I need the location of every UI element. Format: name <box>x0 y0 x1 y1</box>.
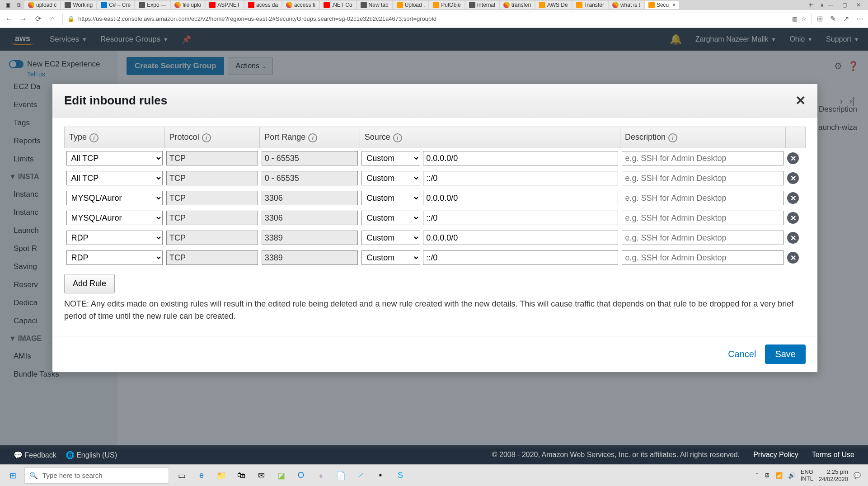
source-mode-select[interactable]: Custom <box>361 151 420 165</box>
feedback-link[interactable]: 💬 Feedback <box>14 451 56 459</box>
source-mode-select[interactable]: Custom <box>361 211 420 225</box>
share-icon[interactable]: ↗ <box>843 14 849 23</box>
source-mode-select[interactable]: Custom <box>361 250 420 265</box>
home-button[interactable]: ⌂ <box>48 15 57 23</box>
privacy-link[interactable]: Privacy Policy <box>753 451 798 459</box>
browser-tab[interactable]: PutObje <box>429 1 464 9</box>
browser-tab[interactable]: access fi <box>282 1 319 9</box>
tray-lang1[interactable]: ENG <box>801 469 813 475</box>
remove-rule-icon[interactable]: ✕ <box>787 152 799 164</box>
browser-tab[interactable]: C# – Cre <box>97 1 134 9</box>
tab-close-icon[interactable]: × <box>672 2 676 8</box>
browser-tab[interactable]: New tab <box>357 1 392 9</box>
taskbar-search[interactable]: 🔍 Type here to search <box>24 467 169 484</box>
description-input[interactable] <box>622 191 784 205</box>
terms-link[interactable]: Terms of Use <box>812 451 854 459</box>
browser-tab[interactable]: Working <box>61 1 96 9</box>
browser-tab[interactable]: Secu× <box>645 1 679 9</box>
description-input[interactable] <box>622 250 784 265</box>
description-input[interactable] <box>622 151 784 165</box>
remove-rule-icon[interactable]: ✕ <box>787 172 799 184</box>
browser-tab[interactable]: ASP.NET <box>206 1 244 9</box>
task-view-icon[interactable]: ▭ <box>174 467 190 484</box>
tray-lang2[interactable]: INTL <box>801 476 813 482</box>
browser-tab[interactable]: transferi <box>500 1 535 9</box>
type-select[interactable]: RDP <box>66 250 163 265</box>
minimize-button[interactable]: — <box>828 2 833 8</box>
info-icon[interactable]: i <box>89 133 99 142</box>
tray-clock[interactable]: 2:25 pm 24/02/2020 <box>819 468 848 482</box>
description-input[interactable] <box>622 211 784 225</box>
browser-tab[interactable]: Upload . <box>393 1 429 9</box>
type-select[interactable]: All TCP <box>66 151 163 165</box>
new-tab-button[interactable]: + <box>805 1 816 9</box>
language-selector[interactable]: 🌐 English (US) <box>66 451 117 459</box>
tray-network-icon[interactable]: 📶 <box>775 472 783 479</box>
description-input[interactable] <box>622 231 784 245</box>
mail-icon[interactable]: ✉ <box>253 467 269 484</box>
tab-overflow-icon[interactable]: ∨ <box>817 2 827 8</box>
source-value-input[interactable] <box>423 231 618 245</box>
browser-tab[interactable]: upload c <box>24 1 60 9</box>
app-icon-1[interactable]: ◪ <box>273 467 289 484</box>
forward-button[interactable]: → <box>19 15 28 23</box>
source-value-input[interactable] <box>423 171 618 185</box>
extension-icon[interactable]: ⊞ <box>817 14 823 23</box>
outlook-icon[interactable]: O <box>293 467 309 484</box>
reader-icon[interactable]: ▥ <box>792 15 798 22</box>
browser-tab[interactable]: Expo — <box>135 1 170 9</box>
tray-display-icon[interactable]: 🖥 <box>764 472 770 479</box>
browser-tab[interactable]: Transfer <box>572 1 608 9</box>
source-value-input[interactable] <box>423 191 618 205</box>
browser-tab[interactable]: AWS De <box>535 1 572 9</box>
url-field[interactable]: 🔒 https://us-east-2.console.aws.amazon.c… <box>62 13 812 25</box>
terminal-icon[interactable]: ▪ <box>372 467 389 484</box>
save-button[interactable]: Save <box>765 344 806 364</box>
remove-rule-icon[interactable]: ✕ <box>787 252 799 264</box>
source-value-input[interactable] <box>423 151 618 165</box>
type-select[interactable]: MYSQL/Auror <box>66 191 163 205</box>
close-icon[interactable]: ✕ <box>795 93 806 108</box>
app-icon-2[interactable]: 📄 <box>333 467 349 484</box>
remove-rule-icon[interactable]: ✕ <box>787 232 799 244</box>
source-value-input[interactable] <box>423 211 618 225</box>
add-rule-button[interactable]: Add Rule <box>64 274 115 293</box>
type-select[interactable]: MYSQL/Auror <box>66 211 163 225</box>
source-mode-select[interactable]: Custom <box>361 191 420 205</box>
source-mode-select[interactable]: Custom <box>361 171 420 185</box>
tray-volume-icon[interactable]: 🔊 <box>788 472 795 479</box>
notes-icon[interactable]: ✎ <box>830 14 836 23</box>
app-icon-3[interactable]: ⟋ <box>352 467 369 484</box>
info-icon[interactable]: i <box>202 133 211 142</box>
edge-icon[interactable]: e <box>193 467 210 484</box>
browser-tab[interactable]: acess da <box>244 1 282 9</box>
skype-icon[interactable]: S <box>392 467 408 484</box>
remove-rule-icon[interactable]: ✕ <box>787 212 799 224</box>
close-window-button[interactable]: ✕ <box>856 2 861 8</box>
tray-chevron-icon[interactable]: ˄ <box>755 472 759 479</box>
browser-tab[interactable]: Internal <box>465 1 499 9</box>
info-icon[interactable]: i <box>668 133 677 142</box>
vs-icon[interactable]: ⬨ <box>313 467 329 484</box>
back-button[interactable]: ← <box>5 15 14 23</box>
browser-tab[interactable]: what is t <box>609 1 644 9</box>
info-icon[interactable]: i <box>393 133 402 142</box>
start-button[interactable]: ⊞ <box>3 467 23 485</box>
maximize-button[interactable]: ▢ <box>842 2 847 8</box>
remove-rule-icon[interactable]: ✕ <box>787 192 799 204</box>
refresh-button[interactable]: ⟳ <box>33 14 42 23</box>
favorite-icon[interactable]: ☆ <box>801 15 807 22</box>
more-icon[interactable]: ⋯ <box>856 14 863 23</box>
browser-tab[interactable]: .NET Co <box>320 1 356 9</box>
info-icon[interactable]: i <box>308 133 317 142</box>
cancel-button[interactable]: Cancel <box>728 349 756 359</box>
tray-notifications-icon[interactable]: 💬 <box>854 472 861 479</box>
type-select[interactable]: All TCP <box>66 171 163 185</box>
source-value-input[interactable] <box>423 250 618 265</box>
type-select[interactable]: RDP <box>66 231 163 245</box>
browser-tab[interactable]: file uplo <box>171 1 205 9</box>
store-icon[interactable]: 🛍 <box>233 467 249 484</box>
source-mode-select[interactable]: Custom <box>361 231 420 245</box>
explorer-icon[interactable]: 📁 <box>213 467 230 484</box>
description-input[interactable] <box>622 171 784 185</box>
